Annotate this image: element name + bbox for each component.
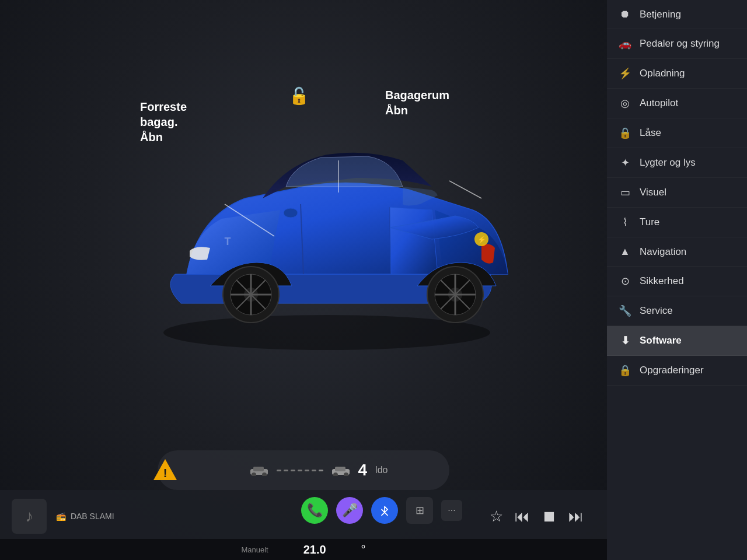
sidebar-item-service[interactable]: 🔧Service: [607, 296, 747, 326]
stop-button[interactable]: ⏹: [542, 508, 557, 526]
sidebar-label-lygter: Lygter og lys: [640, 157, 735, 169]
sidebar-item-ture[interactable]: ⌇Ture: [607, 208, 747, 237]
speed-display: 4 ldo: [186, 461, 449, 480]
sidebar-label-laase: Låse: [640, 127, 735, 139]
navigation-icon: ▲: [619, 246, 631, 258]
sidebar-label-opgraderinger: Opgraderinger: [640, 365, 735, 376]
speed-status-bar: !: [158, 450, 449, 490]
car-image: T ⚡: [105, 64, 525, 356]
svg-point-15: [284, 208, 298, 218]
taskbar: Manuelt 21.0 °: [0, 539, 607, 560]
media-player-bar: ♪ 📻 DAB SLAMI ☆ ⏮ ⏹ ⏭ 📞 🎤 ⊞ ···: [0, 490, 607, 542]
sidebar-item-pedaler[interactable]: 🚗Pedaler og styring: [607, 29, 747, 59]
autopilot-icon: ◎: [619, 97, 631, 110]
car-visualization-area: 🔓 Forreste bagag. Åbn Bagagerum Åbn: [58, 35, 549, 397]
phone-button[interactable]: 📞: [301, 497, 328, 524]
sidebar-label-software: Software: [640, 335, 735, 346]
sidebar-label-sikkerhed: Sikkerhed: [640, 275, 735, 287]
sidebar-label-opladning: Opladning: [640, 68, 735, 79]
sidebar-item-navigation[interactable]: ▲Navigation: [607, 237, 747, 267]
opladning-icon: ⚡: [619, 67, 631, 80]
warning-icon: !: [152, 457, 179, 484]
media-controls: ☆ ⏮ ⏹ ⏭: [490, 508, 584, 526]
sidebar-item-laase[interactable]: 🔒Låse: [607, 118, 747, 148]
svg-rect-25: [253, 467, 264, 471]
album-art: ♪: [12, 499, 47, 534]
sidebar-item-opgraderinger[interactable]: 🔒Opgraderinger: [607, 356, 747, 386]
sidebar-label-pedaler: Pedaler og styring: [640, 38, 735, 50]
prev-button[interactable]: ⏮: [515, 508, 530, 526]
sidebar-label-visuel: Visuel: [640, 187, 735, 198]
svg-text:⚡: ⚡: [477, 235, 486, 244]
laase-icon: 🔒: [619, 127, 631, 139]
sidebar-item-software[interactable]: ⬇Software: [607, 326, 747, 356]
lygter-icon: ✦: [619, 156, 631, 169]
opgraderinger-icon: 🔒: [619, 364, 631, 377]
software-icon: ⬇: [619, 334, 631, 347]
next-button[interactable]: ⏭: [568, 508, 584, 526]
sikkerhed-icon: ⊙: [619, 275, 631, 288]
taskbar-label: Manuelt: [241, 545, 268, 554]
svg-text:!: !: [163, 467, 167, 480]
service-icon: 🔧: [619, 304, 631, 317]
svg-text:T: T: [225, 236, 231, 247]
sidebar-item-lygter[interactable]: ✦Lygter og lys: [607, 148, 747, 178]
sidebar-label-navigation: Navigation: [640, 246, 735, 258]
favorite-button[interactable]: ☆: [490, 508, 503, 526]
sidebar-label-autopilot: Autopilot: [640, 97, 735, 109]
sidebar-item-opladning[interactable]: ⚡Opladning: [607, 59, 747, 89]
pedaler-icon: 🚗: [619, 37, 631, 50]
mic-button[interactable]: 🎤: [336, 497, 363, 524]
grid-button[interactable]: ⊞: [406, 497, 433, 524]
sidebar-label-service: Service: [640, 305, 735, 317]
sidebar-label-betjening: Betjening: [640, 9, 735, 20]
sidebar-item-sikkerhed[interactable]: ⊙Sikkerhed: [607, 267, 747, 296]
sidebar-item-visuel[interactable]: ▭Visuel: [607, 178, 747, 208]
settings-sidebar: ⏺Betjening🚗Pedaler og styring⚡Opladning◎…: [607, 0, 747, 560]
taskbar-value: 21.0: [303, 543, 326, 556]
svg-rect-29: [335, 467, 345, 471]
system-icons: 📞 🎤 ⊞ ···: [301, 497, 462, 524]
more-button[interactable]: ···: [441, 500, 462, 521]
visuel-icon: ▭: [619, 186, 631, 199]
sidebar-label-ture: Ture: [640, 216, 735, 228]
svg-point-0: [163, 315, 490, 350]
sidebar-item-betjening[interactable]: ⏺Betjening: [607, 0, 747, 29]
bluetooth-button[interactable]: [371, 497, 398, 524]
ture-icon: ⌇: [619, 216, 631, 229]
main-display: 🔓 Forreste bagag. Åbn Bagagerum Åbn: [0, 0, 607, 560]
betjening-icon: ⏺: [619, 8, 631, 20]
svg-line-20: [449, 181, 481, 198]
sidebar-item-autopilot[interactable]: ◎Autopilot: [607, 89, 747, 118]
